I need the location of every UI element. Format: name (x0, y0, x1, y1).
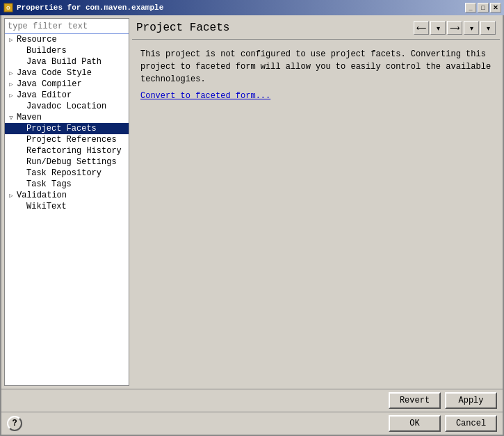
forward-icon: ⟶ (450, 24, 460, 32)
tree-label-javadoc-location: Javadoc Location (26, 102, 106, 111)
tree-label-run-debug-settings: Run/Debug Settings (26, 157, 117, 167)
info-text: This project is not configured to use pr… (140, 48, 491, 86)
footer-bar: ? OK Cancel (1, 412, 503, 435)
maximize-button[interactable]: □ (478, 3, 489, 13)
panel-content: This project is not configured to use pr… (132, 40, 500, 386)
tree-label-project-facets: Project Facets (26, 124, 97, 134)
tree-item-run-debug-settings[interactable]: Run/Debug Settings (5, 156, 129, 168)
tree-label-java-code-style: Java Code Style (17, 68, 92, 78)
tree-item-builders[interactable]: Builders (5, 45, 129, 56)
right-panel: Project Facets ⟵ ▾ ⟶ ▾ ▾ (132, 18, 500, 386)
tree-item-java-code-style[interactable]: ▷ Java Code Style (5, 67, 129, 79)
title-bar: ⚙ Properties for com.maven.example _ □ ✕ (0, 0, 504, 15)
tree-item-wikitext[interactable]: WikiText (5, 201, 129, 212)
revert-button[interactable]: Revert (389, 392, 441, 409)
tree-label-task-tags: Task Tags (26, 179, 72, 189)
tree-label-java-editor: Java Editor (17, 90, 72, 100)
window-body: ▷ Resource Builders Java Build Path ▷ Ja… (0, 15, 504, 436)
cancel-button[interactable]: Cancel (445, 415, 497, 432)
expand-icon-wikitext (16, 202, 26, 211)
back-icon: ⟵ (416, 24, 426, 32)
tree-label-resource: Resource (17, 35, 57, 45)
apply-button[interactable]: Apply (445, 392, 497, 409)
tree-item-refactoring-history[interactable]: Refactoring History (5, 145, 129, 156)
left-panel: ▷ Resource Builders Java Build Path ▷ Ja… (4, 18, 129, 386)
bottom-bar: Revert Apply (1, 389, 503, 412)
forward-dropdown-icon: ▾ (470, 24, 473, 32)
ok-button[interactable]: OK (389, 415, 441, 432)
expand-icon-java-build-path (16, 57, 26, 67)
content-area: ▷ Resource Builders Java Build Path ▷ Ja… (1, 15, 503, 389)
minimize-button[interactable]: _ (465, 3, 476, 13)
title-bar-buttons: _ □ ✕ (465, 3, 501, 13)
expand-icon-task-repository (16, 168, 26, 178)
panel-header: Project Facets ⟵ ▾ ⟶ ▾ ▾ (132, 18, 500, 40)
tree-item-project-references[interactable]: Project References (5, 134, 129, 145)
help-button[interactable]: ? (7, 416, 22, 431)
expand-icon-maven: ▽ (6, 113, 16, 122)
window-icon: ⚙ (3, 2, 14, 13)
tree-item-task-tags[interactable]: Task Tags (5, 179, 129, 190)
expand-icon-refactoring-history (16, 146, 26, 156)
forward-button[interactable]: ⟶ (447, 21, 462, 35)
expand-icon-java-code-style: ▷ (6, 68, 16, 78)
forward-dropdown-button[interactable]: ▾ (464, 21, 479, 35)
tree-area: ▷ Resource Builders Java Build Path ▷ Ja… (5, 34, 129, 385)
tree-item-maven[interactable]: ▽ Maven (5, 112, 129, 123)
expand-icon-task-tags (16, 179, 26, 189)
panel-title: Project Facets (136, 22, 229, 34)
convert-link[interactable]: Convert to faceted form... (140, 91, 270, 101)
svg-text:⚙: ⚙ (6, 5, 10, 12)
tree-label-task-repository: Task Repository (26, 168, 101, 178)
expand-icon-validation: ▷ (6, 191, 16, 200)
back-button[interactable]: ⟵ (414, 21, 429, 35)
tree-item-java-editor[interactable]: ▷ Java Editor (5, 90, 129, 101)
tree-label-java-compiler: Java Compiler (17, 79, 82, 89)
expand-icon-run-debug-settings (16, 157, 26, 167)
tree-item-project-facets[interactable]: Project Facets (5, 123, 129, 134)
menu-button[interactable]: ▾ (480, 21, 496, 35)
tree-item-resource[interactable]: ▷ Resource (5, 34, 129, 45)
tree-item-javadoc-location[interactable]: Javadoc Location (5, 101, 129, 112)
back-dropdown-button[interactable]: ▾ (430, 21, 446, 35)
expand-icon-java-editor: ▷ (6, 90, 16, 100)
menu-icon: ▾ (487, 24, 490, 32)
tree-label-java-build-path: Java Build Path (26, 57, 101, 67)
back-dropdown-icon: ▾ (437, 24, 440, 32)
tree-label-builders: Builders (26, 46, 67, 56)
close-button[interactable]: ✕ (490, 3, 501, 13)
tree-item-task-repository[interactable]: Task Repository (5, 168, 129, 179)
tree-label-maven: Maven (17, 113, 42, 122)
tree-label-validation: Validation (17, 191, 67, 200)
tree-label-wikitext: WikiText (26, 202, 67, 211)
tree-label-refactoring-history: Refactoring History (26, 146, 122, 156)
expand-icon-resource: ▷ (6, 35, 16, 45)
expand-icon-builders (16, 46, 26, 56)
window-title: Properties for com.maven.example (17, 3, 465, 12)
tree-item-java-build-path[interactable]: Java Build Path (5, 56, 129, 67)
expand-icon-project-facets (16, 124, 26, 134)
panel-toolbar: ⟵ ▾ ⟶ ▾ ▾ (414, 21, 496, 35)
expand-icon-java-compiler: ▷ (6, 79, 16, 89)
tree-item-validation[interactable]: ▷ Validation (5, 190, 129, 201)
expand-icon-javadoc-location (16, 102, 26, 111)
expand-icon-project-references (16, 135, 26, 145)
tree-item-java-compiler[interactable]: ▷ Java Compiler (5, 79, 129, 90)
tree-label-project-references: Project References (26, 135, 117, 145)
filter-input[interactable] (5, 19, 129, 34)
